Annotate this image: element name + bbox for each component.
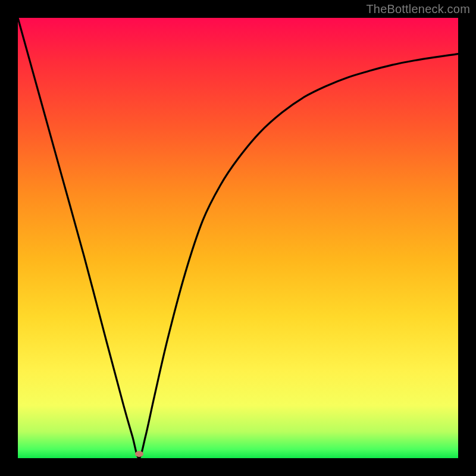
bottleneck-curve [18,18,458,458]
chart-stage: TheBottleneck.com [0,0,476,476]
curve-path [18,18,458,458]
watermark-text: TheBottleneck.com [366,2,470,16]
minimum-dot [135,451,143,457]
plot-area [18,18,458,458]
